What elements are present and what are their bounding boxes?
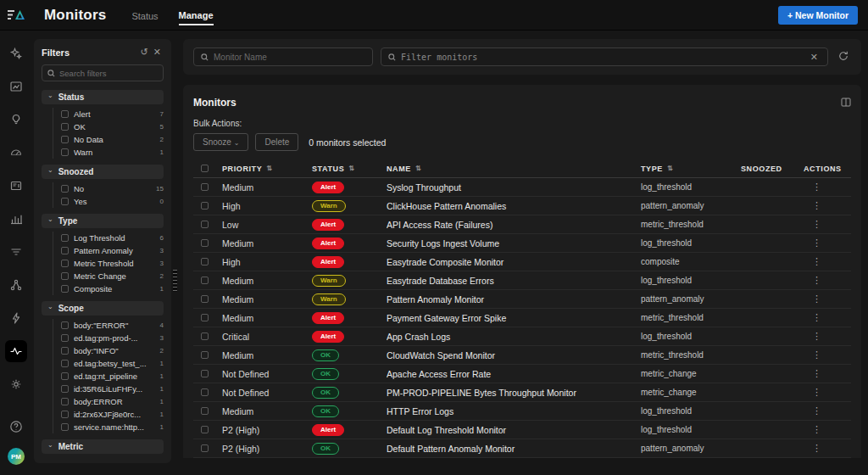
checkbox[interactable] (201, 202, 209, 210)
gauge-icon[interactable] (5, 142, 27, 164)
monitor-name-link[interactable]: PM-PROD-PIPELINE Bytes Throughput Monito… (387, 388, 641, 398)
checkbox[interactable] (61, 247, 69, 254)
network-icon[interactable] (5, 274, 27, 296)
monitor-name-link[interactable]: App Crash Logs (387, 332, 641, 342)
column-header-priority[interactable]: PRIORITY⇅ (222, 165, 312, 173)
checkbox[interactable] (61, 285, 69, 293)
checkbox[interactable] (61, 110, 69, 118)
filter-section-header-snoozed[interactable]: ⌄Snoozed (42, 165, 164, 179)
monitor-name-link[interactable]: Syslog Throughput (387, 182, 641, 193)
filter-option-no[interactable]: No15 (61, 182, 164, 195)
bar-chart-icon[interactable] (5, 208, 27, 230)
tab-manage[interactable]: Manage (179, 5, 214, 25)
reset-filters-icon[interactable]: ↺ (138, 47, 151, 58)
snooze-button[interactable]: Snooze ⌄ (193, 133, 248, 151)
kebab-menu-icon[interactable]: ⋮ (804, 238, 851, 249)
kebab-menu-icon[interactable]: ⋮ (804, 293, 851, 305)
monitor-name-link[interactable]: ClickHouse Pattern Anomalies (387, 201, 641, 211)
kebab-menu-icon[interactable]: ⋮ (804, 219, 851, 230)
checkbox[interactable] (201, 426, 209, 433)
filter-option-no-data[interactable]: No Data2 (61, 133, 164, 146)
kebab-menu-icon[interactable]: ⋮ (804, 200, 851, 211)
checkbox[interactable] (201, 183, 209, 191)
filter-option-ed-tag-betsy-test[interactable]: ed.tag:betsy_test_...1 (61, 357, 164, 370)
filter-option-id-35r6lilufhfy[interactable]: id:35R6LiLuFHFy...1 (61, 383, 164, 395)
filter-option-id-2rx6xjfj8e0rc[interactable]: id:2rx6XJFj8e0rc...1 (61, 408, 164, 421)
checkbox[interactable] (201, 370, 209, 377)
filter-section-header-scope[interactable]: ⌄Scope (42, 301, 164, 316)
column-header-status[interactable]: STATUS⇅ (312, 165, 387, 173)
filter-option-pattern-anomaly[interactable]: Pattern Anomaly3 (61, 244, 164, 257)
kebab-menu-icon[interactable]: ⋮ (804, 405, 851, 416)
kebab-menu-icon[interactable]: ⋮ (804, 387, 851, 398)
checkbox[interactable] (61, 234, 69, 242)
monitor-name-input[interactable] (214, 53, 365, 62)
filter-option-service-name-http[interactable]: service.name:http...1 (61, 421, 164, 433)
filter-option-body-error[interactable]: body:ERROR1 (61, 395, 164, 408)
refresh-icon[interactable] (836, 51, 851, 63)
monitor-name-link[interactable]: Security Logs Ingest Volume (387, 238, 641, 249)
kebab-menu-icon[interactable]: ⋮ (804, 443, 851, 454)
filter-option-warn[interactable]: Warn1 (61, 146, 164, 159)
kebab-menu-icon[interactable]: ⋮ (804, 424, 851, 435)
user-avatar[interactable]: PM (8, 448, 25, 465)
filter-option-body-error[interactable]: body:"ERROR"4 (61, 319, 164, 332)
monitor-name-link[interactable]: Default Log Threshold Monitor (387, 425, 641, 435)
monitor-name-link[interactable]: Default Pattern Anomaly Monitor (387, 444, 641, 454)
checkbox[interactable] (201, 351, 209, 359)
filter-section-header-metric[interactable]: ⌄Metric (42, 439, 164, 454)
checkbox[interactable] (61, 185, 69, 193)
kebab-menu-icon[interactable]: ⋮ (804, 331, 851, 342)
checkbox[interactable] (61, 347, 69, 355)
filter-search-input[interactable] (59, 69, 158, 78)
filter-option-composite[interactable]: Composite1 (61, 282, 164, 295)
kebab-menu-icon[interactable]: ⋮ (804, 312, 851, 323)
monitor-name-link[interactable]: HTTP Error Logs (387, 406, 641, 416)
filter-option-log-threshold[interactable]: Log Threshold6 (61, 232, 164, 244)
bolt-icon[interactable] (5, 307, 27, 329)
checkbox[interactable] (61, 423, 69, 431)
monitor-name-link[interactable]: API Access Rate (Failures) (387, 220, 641, 230)
checkbox[interactable] (201, 444, 209, 452)
select-all-checkbox[interactable] (201, 165, 209, 172)
gear-icon[interactable] (5, 373, 27, 395)
checkbox[interactable] (61, 272, 69, 280)
sort-icon[interactable]: ⇅ (266, 165, 272, 172)
checkbox[interactable] (201, 239, 209, 247)
checkbox[interactable] (201, 258, 209, 265)
kebab-menu-icon[interactable]: ⋮ (804, 349, 851, 360)
columns-icon[interactable] (841, 95, 851, 110)
checkbox[interactable] (61, 123, 69, 131)
sort-icon[interactable]: ⇅ (415, 165, 421, 172)
close-filters-icon[interactable]: ✕ (151, 47, 164, 58)
card-list-icon[interactable] (5, 175, 27, 197)
checkbox[interactable] (61, 360, 69, 367)
checkbox[interactable] (61, 148, 69, 156)
monitor-name-link[interactable]: Easytrade Database Errors (387, 276, 641, 286)
image-chart-icon[interactable] (5, 75, 27, 98)
filter-option-ed-tag-nt-pipeline[interactable]: ed.tag:nt_pipeline1 (61, 370, 164, 383)
monitor-name-link[interactable]: Pattern Anomaly Monitor (387, 294, 641, 305)
panel-resize-handle[interactable] (172, 266, 178, 295)
column-header-name[interactable]: NAME⇅ (387, 165, 641, 173)
checkbox[interactable] (61, 260, 69, 267)
filter-option-yes[interactable]: Yes0 (61, 195, 164, 208)
checkbox[interactable] (61, 385, 69, 393)
monitor-name-link[interactable]: Payment Gateway Error Spike (387, 313, 641, 323)
checkbox[interactable] (201, 277, 209, 284)
help-icon[interactable] (5, 416, 27, 438)
checkbox[interactable] (201, 332, 209, 340)
checkbox[interactable] (201, 314, 209, 321)
checkbox[interactable] (201, 407, 209, 415)
lightbulb-icon[interactable] (5, 109, 27, 131)
checkbox[interactable] (61, 398, 69, 405)
kebab-menu-icon[interactable]: ⋮ (804, 256, 851, 267)
checkbox[interactable] (201, 221, 209, 228)
new-monitor-button[interactable]: + New Monitor (778, 6, 858, 25)
filter-option-body-info[interactable]: body:"INFO"2 (61, 344, 164, 357)
app-logo[interactable] (0, 8, 32, 21)
kebab-menu-icon[interactable]: ⋮ (804, 182, 851, 193)
checkbox[interactable] (61, 321, 69, 329)
column-header-type[interactable]: TYPE⇅ (641, 165, 741, 173)
monitor-name-link[interactable]: Apache Access Error Rate (387, 369, 641, 379)
